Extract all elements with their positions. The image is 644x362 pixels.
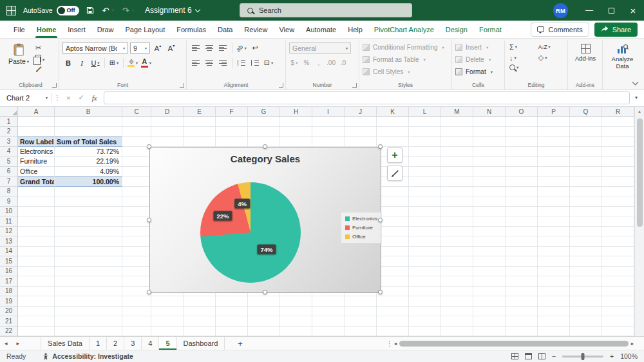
cell-C1[interactable] <box>122 117 151 127</box>
chart-resize-handle[interactable] <box>378 144 383 149</box>
cell-Q9[interactable] <box>570 196 602 207</box>
cell-A11[interactable] <box>18 216 55 227</box>
cell-P5[interactable] <box>538 157 570 167</box>
cell-R2[interactable] <box>602 127 634 137</box>
clipboard-dialog-launcher[interactable] <box>52 83 57 88</box>
cell-H3[interactable] <box>280 137 312 147</box>
cell-B21[interactable] <box>55 316 122 327</box>
cell-M13[interactable] <box>441 236 473 247</box>
ribbon-tab-page-layout[interactable]: Page Layout <box>119 21 171 38</box>
cell-C8[interactable] <box>122 187 151 197</box>
maximize-button[interactable] <box>600 0 622 21</box>
chart-resize-handle[interactable] <box>147 218 151 222</box>
cell-M4[interactable] <box>441 147 473 157</box>
cell-N21[interactable] <box>473 316 506 327</box>
cell-A8[interactable] <box>18 187 55 197</box>
cell-M14[interactable] <box>441 247 473 257</box>
cell-B22[interactable] <box>55 327 122 337</box>
column-header-Q[interactable]: Q <box>570 107 602 117</box>
cell-C17[interactable] <box>122 276 151 287</box>
chart-resize-handle[interactable] <box>378 290 383 294</box>
cell-R18[interactable] <box>602 287 634 297</box>
cell-C20[interactable] <box>122 307 151 317</box>
name-box[interactable]: Chart 2 ▾ <box>0 90 52 105</box>
cell-G21[interactable] <box>248 316 280 327</box>
cell-O6[interactable] <box>506 167 538 177</box>
select-all-button[interactable] <box>0 107 18 117</box>
analyze-data-button[interactable]: Analyze Data <box>606 41 639 70</box>
column-header-K[interactable]: K <box>377 107 409 117</box>
close-button[interactable]: × <box>622 0 644 21</box>
row-header-9[interactable]: 9 <box>0 196 18 207</box>
cell-K20[interactable] <box>377 307 409 317</box>
row-header-16[interactable]: 16 <box>0 267 18 277</box>
cell-O21[interactable] <box>506 316 538 327</box>
cell-O3[interactable] <box>506 137 538 147</box>
cell-P17[interactable] <box>538 276 570 287</box>
cell-R19[interactable] <box>602 296 634 307</box>
cell-Q12[interactable] <box>570 227 602 237</box>
cell-R11[interactable] <box>602 216 634 227</box>
align-middle-button[interactable] <box>204 42 215 54</box>
cell-J21[interactable] <box>345 316 377 327</box>
legend-item-office[interactable]: Office <box>345 234 377 240</box>
cell-P11[interactable] <box>538 216 570 227</box>
cell-G19[interactable] <box>248 296 280 307</box>
chart-resize-handle[interactable] <box>263 290 267 294</box>
sheet-nav-next-button[interactable]: ▸ <box>12 340 24 347</box>
cell-P15[interactable] <box>538 256 570 267</box>
cell-C5[interactable] <box>122 157 151 167</box>
excel-app-icon[interactable] <box>6 6 16 15</box>
cell-Q17[interactable] <box>570 276 602 287</box>
cell-G22[interactable] <box>248 327 280 337</box>
column-header-F[interactable]: F <box>216 107 248 117</box>
scroll-up-icon[interactable]: ▴ <box>635 107 644 114</box>
cell-R8[interactable] <box>602 187 634 197</box>
sheet-tab-4[interactable]: 4 <box>142 337 159 350</box>
search-box[interactable]: Search <box>240 3 412 17</box>
increase-indent-button[interactable] <box>249 57 261 69</box>
cell-M11[interactable] <box>441 216 473 227</box>
decrease-decimal-button[interactable]: .0 <box>338 57 348 69</box>
cell-N5[interactable] <box>473 157 506 167</box>
cell-K22[interactable] <box>377 327 409 337</box>
ribbon-tab-formulas[interactable]: Formulas <box>171 21 212 38</box>
cell-A14[interactable] <box>18 247 55 257</box>
redo-button[interactable]: ↷ <box>122 6 134 15</box>
cell-M6[interactable] <box>441 167 473 177</box>
decrease-indent-button[interactable] <box>236 57 247 69</box>
ribbon-tab-design[interactable]: Design <box>440 21 473 38</box>
cell-B13[interactable] <box>55 236 122 247</box>
align-top-button[interactable] <box>190 42 202 54</box>
cell-N12[interactable] <box>473 227 506 237</box>
cell-L6[interactable] <box>409 167 441 177</box>
find-select-button[interactable] <box>509 64 532 70</box>
share-button[interactable]: Share <box>594 23 638 37</box>
zoom-in-button[interactable]: + <box>610 352 614 360</box>
cell-M15[interactable] <box>441 256 473 267</box>
cell-A22[interactable] <box>18 327 55 337</box>
ribbon-tab-view[interactable]: View <box>273 21 300 38</box>
row-header-18[interactable]: 18 <box>0 287 18 297</box>
cell-M22[interactable] <box>441 327 473 337</box>
cell-R22[interactable] <box>602 327 634 337</box>
document-title[interactable]: Assignment 6 <box>145 6 200 15</box>
scroll-left-icon[interactable]: ◂ <box>394 341 397 347</box>
cell-N15[interactable] <box>473 256 506 267</box>
cell-K14[interactable] <box>377 247 409 257</box>
row-header-20[interactable]: 20 <box>0 307 18 317</box>
number-format-select[interactable]: General ▾ <box>289 42 351 54</box>
cell-M10[interactable] <box>441 207 473 217</box>
cell-O7[interactable] <box>506 176 538 187</box>
row-header-14[interactable]: 14 <box>0 247 18 257</box>
fill-color-button[interactable] <box>127 57 138 69</box>
ribbon-tab-help[interactable]: Help <box>342 21 368 38</box>
cell-R13[interactable] <box>602 236 634 247</box>
sort-filter-button[interactable]: A↓Z <box>538 43 564 51</box>
cell-O12[interactable] <box>506 227 538 237</box>
cell-O14[interactable] <box>506 247 538 257</box>
cell-H22[interactable] <box>280 327 312 337</box>
cell-Q2[interactable] <box>570 127 602 137</box>
accessibility-status[interactable]: Accessibility: Investigate <box>43 352 133 360</box>
font-name-select[interactable]: Aptos Narrow (Bod ▾ <box>62 42 128 54</box>
